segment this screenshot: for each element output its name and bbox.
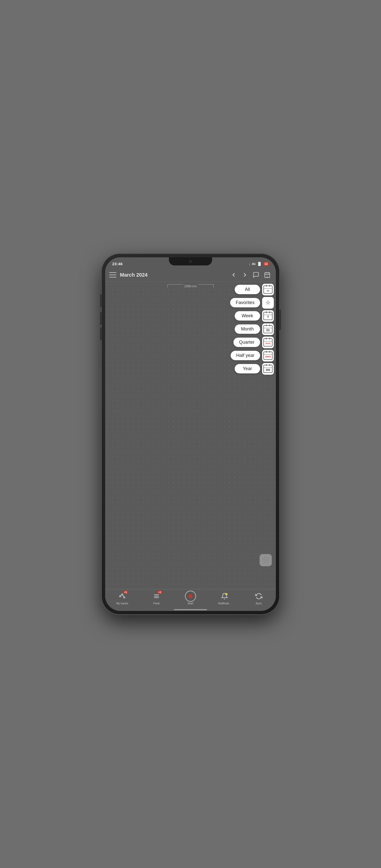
network-type: 4G (252, 262, 256, 266)
download-icon: ↓ (249, 262, 250, 266)
menu-row-month: Month 31 (230, 323, 274, 335)
notifications-label: Notificati... (218, 602, 231, 605)
nav-title: March 2024 (120, 272, 227, 278)
menu-half-year-button[interactable]: Half year (231, 351, 260, 360)
distance-value: 2986 km (184, 284, 197, 288)
main-content: 2986 km All ∞ (105, 282, 276, 589)
star-icon: ☆ (265, 300, 271, 306)
svg-point-5 (263, 557, 268, 563)
home-indicator (105, 610, 276, 611)
page-wrapper: 23:46 ↓ 4G ▐▌ 13 March 2024 (0, 0, 381, 868)
sync-label: Sync (256, 602, 262, 605)
menu-row-half-year: Half year 365/2 (230, 350, 274, 362)
nav-forward-button[interactable] (240, 270, 249, 279)
menu-half-year-icon[interactable]: 365/2 (262, 350, 274, 362)
menu-row-all: All ∞ (230, 284, 274, 296)
notch (169, 257, 212, 266)
cal-top (264, 352, 272, 354)
infinity-calendar-icon: ∞ (263, 285, 273, 293)
battery-indicator: 13 (263, 262, 269, 266)
quarter-text: 3×31 (265, 342, 271, 345)
week-calendar-icon: 7 (263, 312, 273, 320)
nav-icons: 31 (229, 270, 272, 279)
tab-bar: +1 My tracks +1 Feed (105, 589, 276, 610)
tab-notifications[interactable]: Notificati... (216, 592, 233, 605)
infinity-symbol: ∞ (267, 288, 269, 292)
start-label: Start (187, 602, 193, 605)
menu-all-button[interactable]: All (235, 285, 260, 294)
menu-week-button[interactable]: Week (235, 311, 260, 320)
record-dot (188, 594, 193, 598)
menu-row-quarter: Quarter 3×31 (230, 337, 274, 348)
feed-label: Feed (153, 602, 160, 605)
quarter-calendar-icon: 3×31 (263, 338, 273, 346)
year-number: 365 (266, 368, 270, 371)
menu-row-week: Week 7 (230, 310, 274, 322)
my-tracks-label: My tracks (116, 602, 128, 605)
menu-quarter-button[interactable]: Quarter (233, 338, 260, 347)
distance-bracket-left (167, 284, 183, 288)
nav-bar: March 2024 31 (105, 269, 276, 282)
half-year-text: 365/2 (265, 355, 271, 358)
year-calendar-icon: 365 (263, 365, 273, 373)
menu-row-year: Year 365 (230, 363, 274, 375)
menu-all-icon[interactable]: ∞ (262, 284, 274, 296)
menu-favorites-button[interactable]: Favorites (230, 298, 260, 307)
nav-chat-button[interactable] (251, 270, 261, 279)
distance-label: 2986 km (167, 284, 214, 288)
status-time: 23:46 (112, 261, 123, 266)
signal-icon: ▐▌ (257, 262, 262, 266)
svg-rect-15 (225, 593, 228, 595)
menu-week-icon[interactable]: 7 (262, 310, 274, 322)
tab-start[interactable]: Start (182, 592, 199, 605)
cal-top (264, 286, 272, 288)
record-button[interactable] (185, 591, 196, 602)
menu-year-button[interactable]: Year (235, 364, 260, 373)
feed-badge: +1 (157, 591, 162, 594)
svg-line-10 (121, 595, 122, 596)
svg-point-7 (120, 596, 121, 597)
month-calendar-icon: 31 (263, 325, 273, 333)
menu-favorites-icon[interactable]: ☆ (262, 297, 274, 309)
fab-button[interactable] (260, 554, 272, 566)
tab-my-tracks[interactable]: +1 My tracks (113, 592, 131, 605)
svg-text:31: 31 (266, 275, 268, 278)
status-icons: ↓ 4G ▐▌ 13 (249, 262, 269, 266)
my-tracks-icon-wrap: +1 (117, 592, 128, 601)
menu-quarter-icon[interactable]: 3×31 (262, 337, 274, 348)
tab-sync[interactable]: Sync (250, 592, 268, 605)
notifications-icon-wrap (219, 592, 230, 601)
home-bar (174, 609, 207, 610)
my-tracks-badge: +1 (123, 591, 128, 594)
hamburger-menu[interactable] (109, 272, 116, 277)
menu-month-button[interactable]: Month (235, 324, 260, 334)
menu-row-favorites: Favorites ☆ (230, 297, 274, 309)
week-number: 7 (267, 315, 269, 319)
half-year-calendar-icon: 365/2 (263, 351, 273, 360)
menu-year-icon[interactable]: 365 (262, 363, 274, 375)
nav-calendar-button[interactable]: 31 (263, 270, 272, 279)
phone-device: 23:46 ↓ 4G ▐▌ 13 March 2024 (102, 254, 279, 615)
sync-icon-wrap (253, 592, 264, 601)
phone-screen: 23:46 ↓ 4G ▐▌ 13 March 2024 (105, 257, 276, 611)
svg-line-11 (123, 595, 124, 597)
cal-top (264, 326, 272, 328)
menu-month-icon[interactable]: 31 (262, 323, 274, 335)
start-icon-wrap (185, 592, 196, 601)
cal-top (264, 312, 272, 315)
svg-point-6 (264, 559, 267, 561)
distance-bracket-right (198, 284, 214, 288)
feed-icon-wrap: +1 (151, 592, 162, 601)
dropdown-menu: All ∞ Favorites ☆ (230, 284, 274, 375)
cal-top (264, 365, 272, 368)
tab-feed[interactable]: +1 Feed (148, 592, 165, 605)
month-number: 31 (266, 328, 270, 332)
cal-top (264, 339, 272, 341)
nav-back-button[interactable] (229, 270, 238, 279)
front-camera (189, 260, 192, 263)
